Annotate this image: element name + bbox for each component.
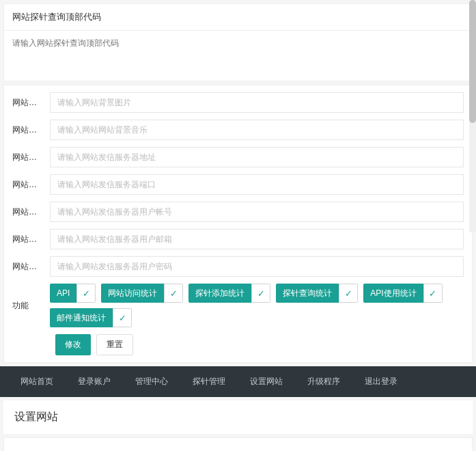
- field-input-3[interactable]: [50, 174, 464, 195]
- form-row: 网站背景…: [12, 92, 464, 113]
- feature-checkbox[interactable]: 探针查询统计 ✓: [276, 284, 358, 303]
- field-input-2[interactable]: [50, 147, 464, 167]
- check-icon: ✓: [164, 284, 183, 303]
- form-row: 网站发信…: [12, 229, 464, 249]
- page-title: 设置网站: [3, 400, 473, 434]
- check-icon: ✓: [113, 308, 132, 327]
- panel-site-info: 网站标题 信息探针 网站副标题 专业查询好友个人信息 网站关键词 信息探针,位置…: [3, 437, 473, 451]
- check-icon: ✓: [76, 284, 96, 303]
- field-input-4[interactable]: [50, 202, 464, 222]
- form-row: 网站发信…: [12, 256, 464, 277]
- form-row: 网站背景…: [12, 120, 464, 140]
- nav-item[interactable]: 退出登录: [352, 366, 410, 397]
- probe-query-top-code-textarea[interactable]: [12, 38, 464, 72]
- checkbox-label: 探针查询统计: [276, 284, 339, 303]
- field-label: 网站发信…: [12, 234, 50, 245]
- checkbox-label: API使用统计: [363, 284, 423, 303]
- feature-checkbox[interactable]: API使用统计 ✓: [363, 284, 442, 303]
- nav-item[interactable]: 设置网站: [238, 366, 295, 397]
- field-label: 网站发信…: [12, 206, 50, 218]
- field-label: 网站发信…: [12, 179, 50, 191]
- check-icon: ✓: [339, 284, 358, 303]
- scrollbar[interactable]: [469, 0, 476, 232]
- panel-site-config: 网站背景… 网站背景… 网站发信… 网站发信… 网站发信… 网站发信… 网站发信…: [3, 85, 473, 363]
- field-label: 网站背景…: [12, 97, 50, 109]
- info-row: 网站标题 信息探针: [12, 445, 464, 451]
- feature-label: 功能: [12, 300, 50, 312]
- check-icon: ✓: [251, 284, 270, 303]
- panel-title: 网站探针查询顶部代码: [4, 4, 472, 31]
- panel-probe-query-top-code: 网站探针查询顶部代码: [3, 3, 473, 81]
- check-icon: ✓: [423, 284, 443, 303]
- reset-button[interactable]: 重置: [96, 334, 133, 355]
- feature-checkbox[interactable]: 邮件通知统计 ✓: [50, 308, 132, 327]
- field-input-5[interactable]: [50, 229, 464, 249]
- field-input-0[interactable]: [50, 92, 464, 113]
- nav-bar: 网站首页登录账户管理中心探针管理设置网站升级程序退出登录: [0, 366, 476, 397]
- field-input-6[interactable]: [50, 256, 464, 277]
- feature-checkbox-group: API ✓ 网站访问统计 ✓ 探针添加统计 ✓ 探针查询统计 ✓ API使用统计…: [50, 284, 464, 327]
- form-row: 网站发信…: [12, 202, 464, 222]
- nav-item[interactable]: 管理中心: [123, 366, 180, 397]
- feature-checkbox[interactable]: API ✓: [50, 284, 96, 303]
- checkbox-label: 邮件通知统计: [50, 308, 113, 327]
- checkbox-label: 探针添加统计: [188, 284, 251, 303]
- nav-item[interactable]: 探针管理: [180, 366, 238, 397]
- field-input-1[interactable]: [50, 120, 464, 140]
- form-row: 网站发信…: [12, 174, 464, 195]
- checkbox-label: API: [50, 284, 76, 303]
- info-value: 信息探针: [60, 445, 464, 451]
- form-row: 网站发信…: [12, 147, 464, 167]
- checkbox-label: 网站访问统计: [101, 284, 164, 303]
- feature-row: 功能 API ✓ 网站访问统计 ✓ 探针添加统计 ✓ 探针查询统计 ✓ API使…: [12, 284, 464, 327]
- feature-checkbox[interactable]: 探针添加统计 ✓: [188, 284, 270, 303]
- field-label: 网站背景…: [12, 124, 50, 136]
- submit-button[interactable]: 修改: [55, 334, 91, 355]
- field-label: 网站发信…: [12, 261, 50, 273]
- scrollbar-thumb[interactable]: [469, 0, 476, 123]
- feature-checkbox[interactable]: 网站访问统计 ✓: [101, 284, 183, 303]
- nav-item[interactable]: 升级程序: [295, 366, 352, 397]
- button-row: 修改 重置: [55, 334, 464, 355]
- nav-item[interactable]: 网站首页: [8, 366, 66, 397]
- field-label: 网站发信…: [12, 152, 50, 163]
- nav-item[interactable]: 登录账户: [66, 366, 123, 397]
